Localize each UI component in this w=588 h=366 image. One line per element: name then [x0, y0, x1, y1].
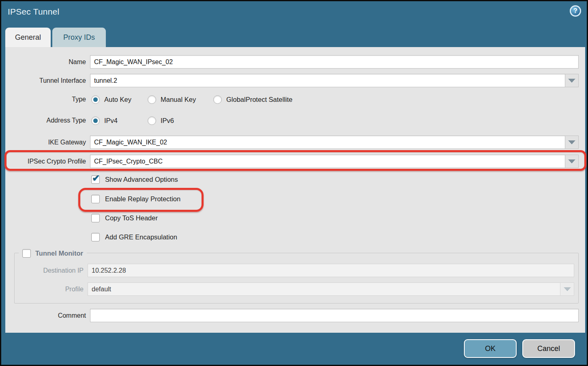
tunnel-interface-label: Tunnel Interface	[6, 74, 86, 87]
chevron-down-icon	[568, 79, 575, 83]
tunnel-interface-input[interactable]	[90, 74, 565, 87]
general-tab-panel: Name Tunnel Interface Type Auto Key	[5, 47, 585, 333]
ok-button[interactable]: OK	[464, 339, 517, 358]
radio-manual-key[interactable]: Manual Key	[148, 94, 196, 105]
tunnel-monitor-legend[interactable]: Tunnel Monitor	[19, 248, 87, 259]
tab-proxy-ids[interactable]: Proxy IDs	[52, 28, 106, 47]
radio-unselected-icon	[213, 95, 222, 104]
tunnel-interface-row: Tunnel Interface	[6, 74, 585, 87]
name-row: Name	[6, 55, 585, 69]
copy-tos-header-checkbox-row[interactable]: Copy ToS Header	[91, 213, 158, 223]
address-type-label: Address Type	[6, 115, 86, 126]
dialog-title: IPSec Tunnel	[8, 7, 59, 17]
address-type-radio-group: IPv4 IPv6	[90, 115, 579, 126]
comment-input[interactable]	[90, 309, 579, 322]
profile-label: Profile	[15, 282, 84, 296]
destination-ip-row: Destination IP	[15, 264, 578, 277]
profile-dropdown-button[interactable]	[560, 282, 574, 296]
profile-input[interactable]	[88, 282, 560, 296]
radio-unselected-icon	[148, 95, 156, 104]
radio-unselected-icon	[148, 116, 156, 125]
add-gre-encapsulation-checkbox-row[interactable]: Add GRE Encapsulation	[91, 232, 177, 242]
checkbox-unchecked-icon[interactable]	[91, 195, 100, 203]
ike-gateway-row: IKE Gateway	[6, 136, 585, 149]
comment-row: Comment	[6, 309, 585, 322]
name-label: Name	[6, 55, 86, 69]
checkbox-unchecked-icon[interactable]	[91, 233, 100, 241]
ike-gateway-combo	[90, 136, 579, 149]
help-icon[interactable]	[570, 5, 581, 17]
radio-selected-icon	[91, 95, 100, 104]
radio-auto-key[interactable]: Auto Key	[91, 94, 131, 105]
profile-combo	[88, 282, 574, 296]
checkbox-checked-icon[interactable]	[91, 175, 100, 184]
chevron-down-icon	[568, 159, 575, 164]
radio-selected-icon	[91, 116, 100, 125]
ike-gateway-dropdown-button[interactable]	[565, 136, 579, 149]
ike-gateway-input[interactable]	[90, 136, 565, 149]
type-label: Type	[6, 94, 86, 105]
type-radio-group: Auto Key Manual Key GlobalProtect Satell…	[90, 94, 579, 105]
checkbox-unchecked-icon[interactable]	[22, 249, 31, 258]
address-type-row: Address Type IPv4 IPv6	[6, 115, 585, 126]
radio-globalprotect-satellite[interactable]: GlobalProtect Satellite	[213, 94, 292, 105]
ipsec-crypto-profile-combo	[90, 155, 579, 168]
enable-replay-protection-checkbox-row[interactable]: Enable Replay Protection	[91, 194, 180, 204]
chevron-down-icon	[568, 140, 575, 144]
show-advanced-options-checkbox-row[interactable]: Show Advanced Options	[91, 174, 178, 185]
tunnel-monitor-group: Tunnel Monitor Destination IP Profile	[14, 253, 579, 304]
cancel-button[interactable]: Cancel	[522, 339, 575, 358]
radio-ipv4[interactable]: IPv4	[91, 115, 118, 126]
ike-gateway-label: IKE Gateway	[6, 136, 86, 149]
tunnel-interface-combo	[90, 74, 579, 87]
ipsec-crypto-profile-input[interactable]	[90, 155, 565, 168]
ipsec-crypto-profile-label: IPSec Crypto Profile	[6, 155, 86, 168]
type-row: Type Auto Key Manual Key GlobalProtect S…	[6, 94, 585, 105]
checkbox-unchecked-icon[interactable]	[91, 214, 100, 222]
ipsec-crypto-profile-row: IPSec Crypto Profile	[6, 155, 585, 168]
chevron-down-icon	[564, 287, 571, 291]
tunnel-monitor-label: Tunnel Monitor	[35, 250, 83, 257]
comment-label: Comment	[6, 309, 86, 322]
profile-row: Profile	[15, 282, 578, 296]
radio-ipv6[interactable]: IPv6	[148, 115, 174, 126]
tunnel-interface-dropdown-button[interactable]	[565, 74, 579, 87]
destination-ip-label: Destination IP	[15, 264, 84, 277]
name-input[interactable]	[90, 55, 579, 69]
ipsec-tunnel-dialog: IPSec Tunnel General Proxy IDs Name Tunn…	[0, 0, 588, 366]
ipsec-crypto-profile-dropdown-button[interactable]	[565, 155, 579, 168]
destination-ip-input[interactable]	[88, 264, 574, 277]
tab-general[interactable]: General	[5, 28, 51, 47]
